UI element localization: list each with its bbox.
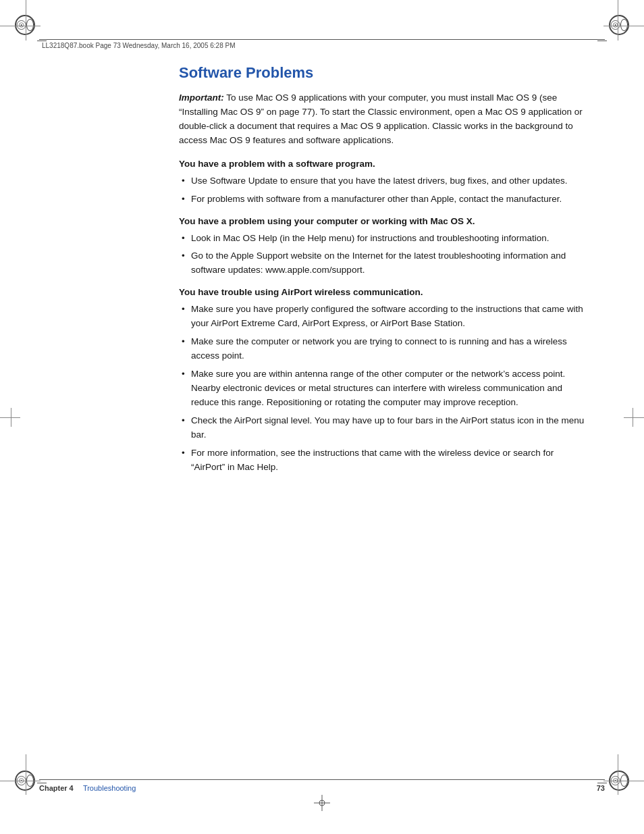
list-item: Look in Mac OS Help (in the Help menu) f… <box>179 232 590 246</box>
edge-mark-mrh <box>624 417 644 418</box>
page-number: 73 <box>597 784 605 792</box>
footer-chapter-title: Troubleshooting <box>83 784 136 792</box>
edge-mark-mrv <box>633 408 633 427</box>
edge-mark-mlv <box>11 408 11 427</box>
intro-body: To use Mac OS 9 applications with your c… <box>179 93 583 145</box>
list-item: Make sure you have properly configured t… <box>179 303 590 331</box>
bottom-center-crosshair <box>314 795 330 814</box>
footer-chapter-label: Chapter 4 <box>39 784 74 792</box>
section-heading-2: You have a problem using your computer o… <box>179 216 590 226</box>
footer-page-number: 73 <box>597 784 605 792</box>
edge-mark-trh <box>603 26 644 26</box>
edge-mark-brv <box>618 754 618 795</box>
page: LL3218Q87.book Page 73 Wednesday, March … <box>0 0 644 834</box>
list-item: Make sure the computer or network you ar… <box>179 335 590 363</box>
header-text: LL3218Q87.book Page 73 Wednesday, March … <box>42 42 236 49</box>
page-title: Software Problems <box>179 64 590 82</box>
edge-mark-tlh <box>0 26 41 26</box>
bullet-list-2: Look in Mac OS Help (in the Help menu) f… <box>179 232 590 278</box>
bullet-list-3: Make sure you have properly configured t… <box>179 303 590 474</box>
bullet-list-1: Use Software Update to ensure that you h… <box>179 174 590 207</box>
footer-separator <box>76 784 80 792</box>
intro-important-label: Important: <box>179 93 224 103</box>
corner-decoration-tr <box>609 15 629 35</box>
list-item: For more information, see the instructio… <box>179 446 590 475</box>
edge-mark-tlv <box>26 0 26 41</box>
edge-mark-mlh <box>0 417 20 418</box>
footer-left: Chapter 4 Troubleshooting <box>39 784 136 792</box>
edge-mark-trv <box>618 0 618 41</box>
list-item: Check the AirPort signal level. You may … <box>179 414 590 442</box>
list-item: For problems with software from a manufa… <box>179 192 590 207</box>
list-item: Use Software Update to ensure that you h… <box>179 174 590 188</box>
edge-mark-brh <box>603 781 644 781</box>
intro-paragraph: Important: To use Mac OS 9 applications … <box>179 91 590 148</box>
section-heading-3: You have trouble using AirPort wireless … <box>179 287 590 297</box>
footer: Chapter 4 Troubleshooting 73 <box>39 779 605 792</box>
list-item: Make sure you are within antenna range o… <box>179 367 590 410</box>
main-content: Software Problems Important: To use Mac … <box>179 64 590 753</box>
corner-decoration-tl <box>15 15 35 35</box>
list-item: Go to the Apple Support website on the I… <box>179 249 590 278</box>
header-bar: LL3218Q87.book Page 73 Wednesday, March … <box>39 39 605 51</box>
edge-mark-blv <box>26 754 26 795</box>
section-heading-1: You have a problem with a software progr… <box>179 159 590 169</box>
edge-mark-blh <box>0 781 41 781</box>
